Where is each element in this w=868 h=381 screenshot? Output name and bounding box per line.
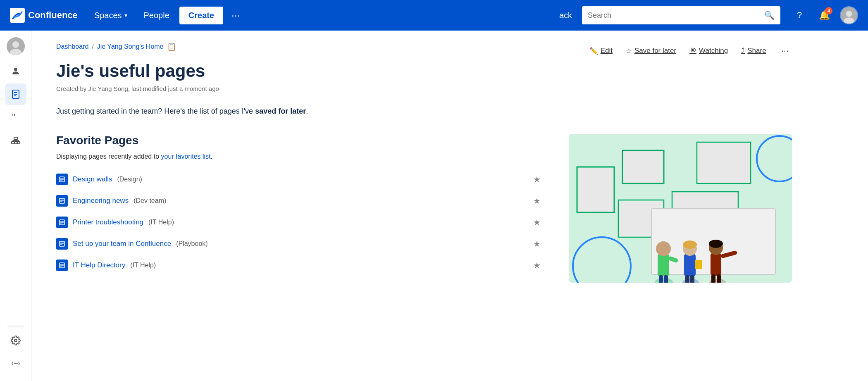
sidebar-item-expand[interactable] bbox=[5, 353, 26, 374]
svg-rect-49 bbox=[698, 143, 750, 183]
svg-point-74 bbox=[709, 240, 723, 248]
page-item-link[interactable]: Engineering news bbox=[73, 197, 129, 205]
create-button[interactable]: Create bbox=[179, 7, 223, 24]
watching-button[interactable]: 👁 Watching bbox=[688, 44, 730, 57]
people-nav-button[interactable]: People bbox=[137, 7, 176, 24]
page-item-link[interactable]: Set up your team in Confluence bbox=[73, 240, 171, 248]
sidebar-divider bbox=[7, 326, 24, 326]
more-nav-button[interactable]: ··· bbox=[227, 6, 245, 24]
help-button[interactable]: ? bbox=[790, 6, 808, 24]
svg-rect-76 bbox=[711, 274, 715, 283]
svg-rect-59 bbox=[658, 254, 669, 276]
page-actions: ✏️ Edit ☆ Save for later 👁 Watching ⤴ Sh… bbox=[588, 44, 792, 58]
page-item-space: (Dev team) bbox=[134, 197, 166, 205]
page-title: Jie's useful pages bbox=[56, 61, 792, 81]
page-item-star[interactable]: ★ bbox=[530, 259, 544, 272]
bookmark-icon[interactable]: 📋 bbox=[167, 42, 176, 51]
edit-button[interactable]: ✏️ Edit bbox=[588, 44, 614, 58]
page-item-space: (IT Help) bbox=[148, 219, 174, 226]
favorites-list: Design walls (Design) ★ Engineering news… bbox=[56, 169, 544, 276]
user-avatar[interactable] bbox=[840, 6, 858, 24]
spaces-chevron-icon: ▾ bbox=[124, 12, 127, 19]
svg-point-5 bbox=[12, 41, 19, 48]
search-container: 🔍 bbox=[582, 6, 780, 24]
breadcrumb-dashboard[interactable]: Dashboard bbox=[56, 43, 88, 50]
sidebar-item-pages[interactable] bbox=[5, 83, 26, 105]
page-meta: Created by Jie Yang Song, last modified … bbox=[56, 85, 792, 92]
illustration bbox=[569, 134, 792, 283]
svg-rect-77 bbox=[717, 274, 721, 283]
pencil-icon: ✏️ bbox=[589, 47, 598, 55]
svg-point-67 bbox=[683, 241, 697, 249]
top-navigation: Confluence Spaces ▾ People Create ··· ac… bbox=[0, 0, 868, 31]
page-item-link[interactable]: Design walls bbox=[73, 175, 112, 183]
page-item-star[interactable]: ★ bbox=[530, 216, 544, 229]
notifications-button[interactable]: 🔔 4 bbox=[815, 6, 833, 24]
star-icon: ☆ bbox=[626, 47, 632, 55]
svg-rect-47 bbox=[623, 151, 663, 183]
svg-point-7 bbox=[14, 68, 17, 71]
sidebar-avatar[interactable] bbox=[7, 37, 25, 55]
main-content: Dashboard / Jie Yang Song's Home 📋 ✏️ Ed… bbox=[31, 31, 868, 381]
favorites-link[interactable]: your favorites list bbox=[161, 153, 211, 160]
help-icon: ? bbox=[797, 10, 802, 21]
share-icon: ⤴ bbox=[741, 47, 745, 55]
eye-icon: 👁 bbox=[689, 47, 696, 55]
page-item-icon bbox=[56, 260, 68, 271]
share-button[interactable]: ⤴ Share bbox=[739, 44, 768, 57]
breadcrumb-home[interactable]: Jie Yang Song's Home bbox=[97, 43, 164, 50]
svg-rect-45 bbox=[578, 168, 613, 212]
list-item: Printer troubleshooting (IT Help) ★ bbox=[56, 212, 544, 233]
list-item: Engineering news (Dev team) ★ bbox=[56, 190, 544, 212]
page-item-icon bbox=[56, 195, 68, 207]
page-item-space: (Design) bbox=[117, 176, 142, 183]
search-icon[interactable]: 🔍 bbox=[764, 10, 775, 20]
page-item-icon bbox=[56, 238, 68, 250]
svg-rect-13 bbox=[12, 141, 14, 144]
page-item-link[interactable]: Printer troubleshooting bbox=[73, 218, 143, 226]
content-wrapper: Dashboard / Jie Yang Song's Home 📋 ✏️ Ed… bbox=[31, 31, 817, 294]
list-item: IT Help Directory (IT Help) ★ bbox=[56, 255, 544, 276]
left-sidebar: " bbox=[0, 31, 31, 381]
page-intro: Just getting started in the team? Here's… bbox=[56, 105, 792, 117]
svg-text:": " bbox=[12, 112, 16, 122]
page-left-column: Favorite Pages Displaying pages recently… bbox=[56, 134, 544, 283]
sidebar-bottom bbox=[5, 324, 26, 374]
sidebar-item-settings[interactable] bbox=[5, 330, 26, 351]
section-title: Favorite Pages bbox=[56, 134, 544, 147]
avatar-image bbox=[841, 7, 857, 24]
svg-rect-70 bbox=[695, 260, 702, 269]
page-body: Favorite Pages Displaying pages recently… bbox=[56, 134, 792, 283]
svg-rect-65 bbox=[684, 254, 696, 276]
page-item-space: (IT Help) bbox=[130, 262, 156, 269]
svg-rect-14 bbox=[14, 141, 17, 144]
page-item-star[interactable]: ★ bbox=[530, 237, 544, 250]
spaces-menu[interactable]: Spaces ▾ bbox=[88, 7, 134, 24]
search-input[interactable] bbox=[588, 11, 760, 20]
notification-badge: 4 bbox=[825, 7, 832, 14]
breadcrumb: Dashboard / Jie Yang Song's Home 📋 bbox=[56, 42, 176, 51]
section-desc: Displaying pages recently added to your … bbox=[56, 153, 544, 160]
save-for-later-button[interactable]: ☆ Save for later bbox=[624, 44, 678, 58]
confluence-logo[interactable]: Confluence bbox=[10, 8, 78, 23]
nav-right-icons: ? 🔔 4 bbox=[790, 6, 858, 24]
page-item-icon bbox=[56, 217, 68, 228]
page-item-star[interactable]: ★ bbox=[530, 173, 544, 186]
back-button[interactable]: ack bbox=[553, 7, 579, 24]
page-right-column bbox=[569, 134, 792, 283]
sidebar-item-tree[interactable] bbox=[5, 130, 26, 151]
sidebar-item-people[interactable] bbox=[5, 60, 26, 82]
svg-point-60 bbox=[656, 241, 671, 256]
svg-point-2 bbox=[846, 11, 852, 17]
svg-rect-16 bbox=[14, 137, 17, 140]
page-item-space: (Playbook) bbox=[176, 240, 207, 248]
svg-rect-15 bbox=[17, 141, 20, 144]
svg-rect-0 bbox=[10, 8, 25, 23]
page-item-star[interactable]: ★ bbox=[530, 194, 544, 207]
more-actions-button[interactable]: ··· bbox=[778, 44, 792, 58]
sidebar-item-quotes[interactable]: " bbox=[5, 107, 26, 128]
page-item-icon bbox=[56, 174, 68, 185]
svg-rect-62 bbox=[664, 275, 668, 283]
list-item: Design walls (Design) ★ bbox=[56, 169, 544, 190]
page-item-link[interactable]: IT Help Directory bbox=[73, 261, 125, 269]
